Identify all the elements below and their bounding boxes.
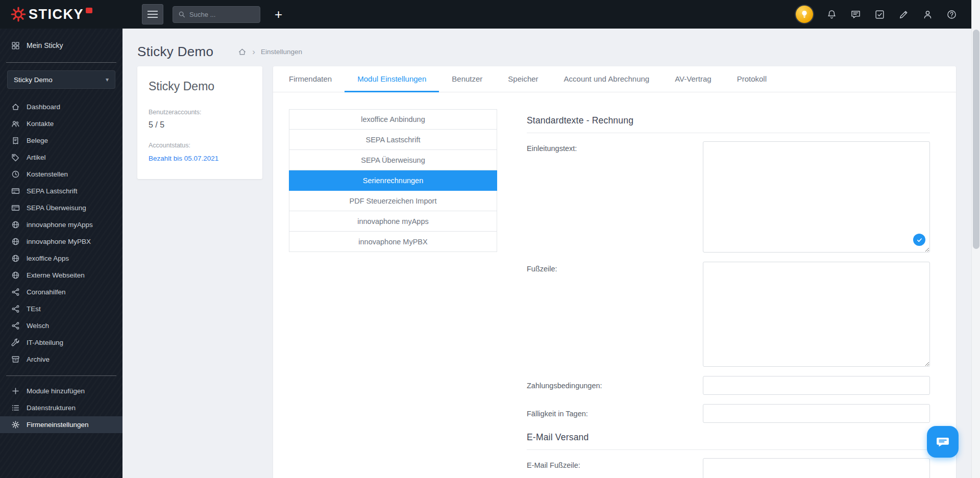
sidebar-item-externe-webseiten[interactable]: Externe Webseiten bbox=[0, 267, 122, 284]
sidebar-item-test[interactable]: TEst bbox=[0, 300, 122, 317]
sidebar-bottom-menu: Module hinzufügen Datenstrukturen Firmen… bbox=[0, 383, 122, 433]
sidebar-item-archive[interactable]: Archive bbox=[0, 351, 122, 368]
sidebar-item-label: SEPA Lastschrift bbox=[27, 187, 78, 195]
main-content: Sticky Demo › Einstellungen Sticky Demo … bbox=[122, 29, 971, 478]
module-sepa-ueberweisung[interactable]: SEPA Überweisung bbox=[289, 150, 497, 170]
sidebar-item-label: Datenstrukturen bbox=[27, 404, 76, 412]
accounts-label: Benutzeraccounts: bbox=[149, 109, 251, 116]
global-search bbox=[173, 6, 260, 23]
brand-name: STICKY bbox=[29, 7, 84, 22]
company-info-card: Sticky Demo Benutzeraccounts: 5 / 5 Acco… bbox=[137, 66, 262, 179]
archive-icon bbox=[11, 355, 20, 364]
company-name: Sticky Demo bbox=[149, 80, 251, 93]
tab-modul-einstellungen[interactable]: Modul Einstellungen bbox=[345, 66, 439, 92]
lightbulb-avatar[interactable] bbox=[796, 6, 813, 23]
share-icon bbox=[11, 305, 20, 313]
module-sepa-lastschrift[interactable]: SEPA Lastschrift bbox=[289, 130, 497, 150]
sidebar-item-firmeneinstellungen[interactable]: Firmeneinstellungen bbox=[0, 416, 122, 433]
sidebar-item-label: Externe Webseiten bbox=[27, 271, 85, 279]
brand-logo[interactable]: STICKY bbox=[0, 6, 122, 22]
card-icon bbox=[11, 204, 20, 212]
module-innovaphone-myapps[interactable]: innovaphone myApps bbox=[289, 211, 497, 232]
sidebar-item-label: Module hinzufügen bbox=[27, 387, 85, 395]
sidebar-item-sepa-lastschrift[interactable]: SEPA Lastschrift bbox=[0, 183, 122, 199]
status-paid-link[interactable]: Bezahlt bis 05.07.2021 bbox=[149, 155, 218, 162]
tasks-check-icon[interactable] bbox=[874, 9, 885, 20]
sidebar-item-dashboard[interactable]: Dashboard bbox=[0, 98, 122, 115]
edit-pencil-icon[interactable] bbox=[898, 9, 909, 20]
tab-protokoll[interactable]: Protokoll bbox=[724, 66, 779, 92]
chat-bubble-icon bbox=[935, 434, 950, 449]
help-question-icon[interactable] bbox=[946, 9, 957, 20]
sidebar-item-welsch[interactable]: Welsch bbox=[0, 317, 122, 334]
sidebar-item-kostenstellen[interactable]: Kostenstellen bbox=[0, 166, 122, 183]
module-pdf-steuerzeichen-import[interactable]: PDF Steuerzeichen Import bbox=[289, 191, 497, 211]
mein-sticky-grid-icon bbox=[11, 41, 20, 50]
faelligkeit-input[interactable] bbox=[703, 404, 930, 423]
zahlungsbedingungen-input[interactable] bbox=[703, 376, 930, 395]
einleitungstext-textarea[interactable] bbox=[703, 141, 930, 253]
list-icon bbox=[11, 404, 20, 412]
page-scrollbar bbox=[971, 0, 980, 478]
form-row-email-fusszeile: E-Mail Fußzeile: bbox=[527, 458, 930, 478]
sidebar-item-coronahilfen[interactable]: Coronahilfen bbox=[0, 284, 122, 300]
breadcrumb: › Einstellungen bbox=[238, 47, 302, 56]
brand-badge bbox=[86, 8, 92, 13]
faelligkeit-label: Fälligkeit in Tagen: bbox=[527, 410, 703, 418]
share-icon bbox=[11, 288, 20, 296]
add-button[interactable]: + bbox=[275, 8, 282, 21]
sidebar-item-module-hinzufuegen[interactable]: Module hinzufügen bbox=[0, 383, 122, 399]
form-row-einleitungstext: Einleitungstext: bbox=[527, 141, 930, 253]
chat-messages-icon[interactable] bbox=[850, 9, 861, 20]
company-select-value: Sticky Demo bbox=[14, 76, 53, 84]
sidebar-item-label: SEPA Überweisung bbox=[27, 204, 86, 212]
user-profile-icon[interactable] bbox=[922, 9, 933, 20]
sidebar-item-it-abteilung[interactable]: IT-Abteilung bbox=[0, 334, 122, 351]
module-lexoffice-anbindung[interactable]: lexoffice Anbindung bbox=[289, 109, 497, 130]
search-icon bbox=[178, 11, 185, 18]
gear-logo-icon bbox=[10, 6, 27, 22]
fusszeile-textarea[interactable] bbox=[703, 262, 930, 367]
topbar-actions bbox=[796, 6, 971, 23]
sidebar-item-mein-sticky[interactable]: Mein Sticky bbox=[0, 29, 122, 62]
search-input[interactable] bbox=[189, 11, 255, 18]
module-list: lexoffice Anbindung SEPA Lastschrift SEP… bbox=[289, 109, 497, 252]
globe-icon bbox=[11, 254, 20, 263]
module-innovaphone-mypbx[interactable]: innovaphone MyPBX bbox=[289, 232, 497, 252]
tab-firmendaten[interactable]: Firmendaten bbox=[276, 66, 345, 92]
breadcrumb-home-icon[interactable] bbox=[238, 47, 247, 56]
scrollbar-thumb[interactable] bbox=[973, 30, 979, 249]
sidebar-item-label: TEst bbox=[27, 305, 41, 313]
sidebar-item-sepa-ueberweisung[interactable]: SEPA Überweisung bbox=[0, 199, 122, 216]
chat-fab-button[interactable] bbox=[927, 426, 959, 458]
sidebar-item-label: Archive bbox=[27, 356, 50, 363]
sidebar-item-artikel[interactable]: Artikel bbox=[0, 149, 122, 166]
tab-benutzer[interactable]: Benutzer bbox=[439, 66, 495, 92]
sidebar-item-label: lexoffice Apps bbox=[27, 255, 69, 262]
sidebar-divider bbox=[6, 62, 116, 63]
notifications-bell-icon[interactable] bbox=[826, 9, 837, 20]
form-row-fusszeile: Fußzeile: bbox=[527, 262, 930, 367]
sidebar: Mein Sticky Sticky Demo ▾ Dashboard Kont… bbox=[0, 29, 122, 478]
sidebar-item-label: IT-Abteilung bbox=[27, 339, 63, 346]
sidebar-item-label: innovaphone MyPBX bbox=[27, 238, 91, 245]
sidebar-item-datenstrukturen[interactable]: Datenstrukturen bbox=[0, 399, 122, 416]
plus-icon bbox=[11, 387, 20, 395]
sidebar-item-belege[interactable]: Belege bbox=[0, 132, 122, 149]
company-select[interactable]: Sticky Demo ▾ bbox=[7, 70, 115, 89]
tab-speicher[interactable]: Speicher bbox=[495, 66, 551, 92]
menu-toggle-button[interactable] bbox=[142, 4, 163, 24]
tab-account-und-abrechnung[interactable]: Account und Abrechnung bbox=[551, 66, 663, 92]
email-fusszeile-textarea[interactable] bbox=[703, 458, 930, 478]
sidebar-item-innovaphone-myapps[interactable]: innovaphone myApps bbox=[0, 216, 122, 233]
sidebar-item-lexoffice-apps[interactable]: lexoffice Apps bbox=[0, 250, 122, 267]
module-serienrechnungen[interactable]: Serienrechnungen bbox=[289, 170, 497, 191]
sidebar-item-label: Dashboard bbox=[27, 103, 60, 111]
sidebar-item-innovaphone-mypbx[interactable]: innovaphone MyPBX bbox=[0, 233, 122, 250]
chevron-right-icon: › bbox=[252, 47, 255, 56]
clock-icon bbox=[11, 170, 20, 179]
wrench-icon bbox=[11, 338, 20, 347]
sidebar-item-kontakte[interactable]: Kontakte bbox=[0, 115, 122, 132]
section-email-versand: E-Mail Versand bbox=[527, 432, 930, 450]
tab-av-vertrag[interactable]: AV-Vertrag bbox=[662, 66, 724, 92]
